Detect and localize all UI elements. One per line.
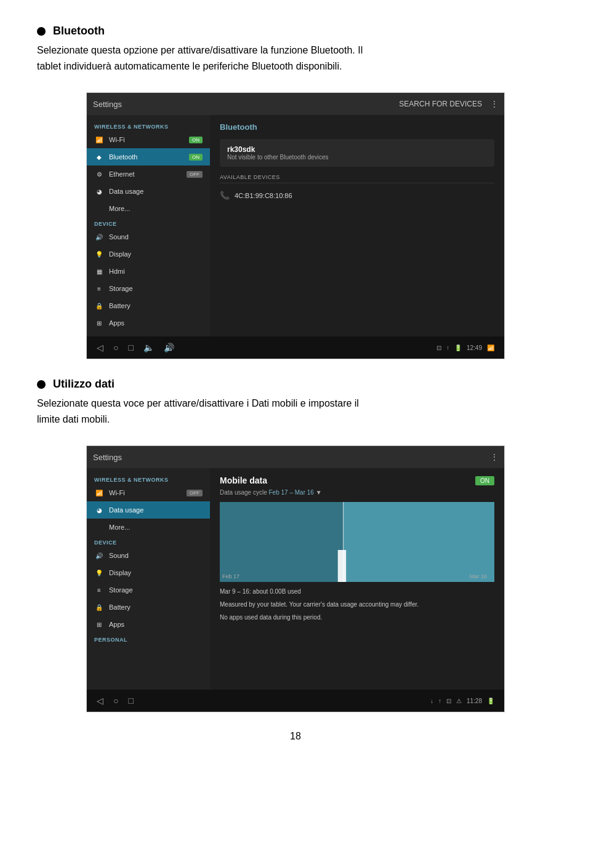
wifi-icon: 📶 — [94, 135, 104, 145]
wifi-toggle[interactable]: ON — [189, 137, 203, 143]
sound-label-1: Sound — [109, 233, 129, 241]
data-usage-label: Data usage — [109, 188, 143, 195]
screen-icon-1: ⊡ — [436, 344, 441, 351]
sidebar-item-more[interactable]: More... — [87, 200, 210, 217]
display-label-1: Display — [109, 250, 131, 258]
search-for-devices-label[interactable]: SEARCH FOR DEVICES — [399, 100, 482, 108]
bullet-icon-2 — [37, 380, 46, 389]
back-nav-icon-2[interactable]: ◁ — [97, 696, 103, 706]
available-device-address: 4C:B1:99:C8:10:86 — [235, 192, 292, 199]
ethernet-label: Ethernet — [109, 170, 135, 178]
device-name: rk30sdk — [227, 145, 487, 154]
navbar-2: ◁ ○ □ ↓ ↑ ⊡ ⚠ 11:28 🔋 — [87, 690, 504, 712]
sidebar-item-battery-2[interactable]: 🔒 Battery — [87, 599, 210, 616]
data-noapp-info: No apps used data during this period. — [220, 613, 494, 622]
android-screen-1: Settings SEARCH FOR DEVICES ⋮ WIRELESS &… — [87, 93, 504, 359]
topbar-menu-icon[interactable]: ⋮ — [491, 100, 498, 108]
cycle-value: Feb 17 – Mar 16 — [269, 489, 314, 496]
android-screen-2: Settings ⋮ WIRELESS & NETWORKS 📶 Wi-Fi O… — [87, 446, 504, 712]
storage-label-2: Storage — [109, 586, 133, 594]
bluetooth-toggle[interactable]: ON — [189, 154, 203, 161]
available-device-item[interactable]: 📞 4C:B1:99:C8:10:86 — [220, 187, 494, 204]
storage-icon-2: ≡ — [94, 585, 104, 595]
signal-icon-1: ↑ — [446, 344, 449, 351]
recents-nav-icon[interactable]: □ — [128, 343, 133, 352]
battery-label-2: Battery — [109, 603, 131, 611]
sidebar-item-display-2[interactable]: 💡 Display — [87, 564, 210, 581]
sidebar-item-wifi-2[interactable]: 📶 Wi-Fi OFF — [87, 484, 210, 501]
hdmi-icon-1: ▦ — [94, 266, 104, 276]
topbar-title-1: Settings — [93, 100, 122, 109]
navbar-left-1: ◁ ○ □ 🔈 🔊 — [97, 343, 174, 352]
svg-rect-3 — [338, 550, 346, 582]
sidebar-item-hdmi-1[interactable]: ▦ Hdmi — [87, 263, 210, 280]
more-label: More... — [109, 205, 130, 212]
sidebar-item-data-usage-2[interactable]: ◕ Data usage — [87, 501, 210, 519]
screen-icon-2: ⊡ — [446, 698, 451, 704]
main-panel-2: Mobile data ON Data usage cycle Feb 17 –… — [210, 468, 504, 690]
sidebar-item-apps-2[interactable]: ⊞ Apps — [87, 616, 210, 633]
more-label-2: More... — [109, 524, 130, 531]
more-icon-2 — [94, 522, 104, 532]
page-number: 18 — [37, 731, 554, 742]
home-nav-icon-2[interactable]: ○ — [113, 696, 118, 706]
upload-icon: ↑ — [438, 698, 441, 704]
display-label-2: Display — [109, 569, 131, 576]
phone-icon: 📞 — [220, 191, 230, 200]
data-usage-title: Utilizzo dati — [53, 378, 115, 391]
bluetooth-label: Bluetooth — [109, 153, 137, 161]
topbar-actions-1: SEARCH FOR DEVICES ⋮ — [399, 100, 498, 108]
cycle-label: Data usage cycle Feb 17 – Mar 16 ▼ — [220, 489, 494, 496]
sidebar-item-apps-1[interactable]: ⊞ Apps — [87, 314, 210, 332]
more-icon — [94, 204, 104, 213]
bluetooth-screenshot: Settings SEARCH FOR DEVICES ⋮ WIRELESS &… — [86, 92, 505, 359]
sidebar-item-sound-2[interactable]: 🔊 Sound — [87, 547, 210, 564]
sidebar-section-wireless: WIRELESS & NETWORKS — [87, 120, 210, 131]
svg-rect-0 — [220, 502, 344, 582]
vol-up-icon[interactable]: 🔊 — [164, 343, 174, 352]
sidebar-item-data-usage[interactable]: ◕ Data usage — [87, 183, 210, 200]
navbar-right-1: ⊡ ↑ 🔋 12:49 📶 — [436, 344, 494, 351]
bullet-icon — [37, 27, 46, 36]
mobile-data-toggle[interactable]: ON — [475, 476, 494, 485]
home-nav-icon[interactable]: ○ — [113, 343, 118, 352]
sidebar-item-display-1[interactable]: 💡 Display — [87, 245, 210, 263]
topbar-menu-icon-2[interactable]: ⋮ — [491, 453, 498, 461]
sidebar-item-wifi[interactable]: 📶 Wi-Fi ON — [87, 131, 210, 148]
sidebar-item-bluetooth[interactable]: ◆ Bluetooth ON — [87, 148, 210, 165]
hdmi-label-1: Hdmi — [109, 268, 125, 275]
sidebar-item-more-2[interactable]: More... — [87, 519, 210, 536]
data-chart-svg: Feb 17 Mar 16 — [220, 502, 494, 582]
topbar-title-2: Settings — [93, 453, 122, 462]
sidebar-item-battery-1[interactable]: 🔒 Battery — [87, 297, 210, 314]
sidebar-section-device-2: DEVICE — [87, 536, 210, 547]
wifi-label: Wi-Fi — [109, 136, 125, 143]
data-usage-icon: ◕ — [94, 186, 104, 196]
back-nav-icon[interactable]: ◁ — [97, 343, 103, 352]
wifi-icon-2: 📶 — [94, 488, 104, 498]
vol-down-icon[interactable]: 🔈 — [143, 343, 154, 352]
wifi-toggle-2[interactable]: OFF — [187, 490, 203, 496]
android-content-2: WIRELESS & NETWORKS 📶 Wi-Fi OFF ◕ Data u… — [87, 468, 504, 690]
battery-label-1: Battery — [109, 302, 131, 309]
mobile-data-title: Mobile data — [220, 476, 267, 485]
section-bluetooth: Bluetooth Selezionate questa opzione per… — [37, 25, 554, 74]
apps-label-2: Apps — [109, 621, 124, 628]
display-icon-2: 💡 — [94, 568, 104, 578]
sidebar-section-wireless-2: WIRELESS & NETWORKS — [87, 473, 210, 484]
ethernet-toggle[interactable]: OFF — [187, 171, 203, 178]
mobile-data-header: Mobile data ON — [220, 476, 494, 485]
sidebar-item-storage-1[interactable]: ≡ Storage — [87, 280, 210, 297]
sound-icon-1: 🔊 — [94, 232, 104, 242]
sidebar-1: WIRELESS & NETWORKS 📶 Wi-Fi ON ◆ Bluetoo… — [87, 115, 210, 336]
sidebar-item-sound-1[interactable]: 🔊 Sound — [87, 228, 210, 245]
data-chart: Feb 17 Mar 16 — [220, 502, 494, 582]
time-display-1: 12:49 — [467, 344, 482, 351]
download-icon: ↓ — [430, 698, 433, 704]
main-panel-1: Bluetooth rk30sdk Not visible to other B… — [210, 115, 504, 336]
recents-nav-icon-2[interactable]: □ — [128, 696, 133, 706]
navbar-left-2: ◁ ○ □ — [97, 696, 134, 706]
data-used-info: Mar 9 – 16: about 0.00B used — [220, 587, 494, 596]
sidebar-item-ethernet[interactable]: ⚙ Ethernet OFF — [87, 165, 210, 183]
sidebar-item-storage-2[interactable]: ≡ Storage — [87, 581, 210, 599]
